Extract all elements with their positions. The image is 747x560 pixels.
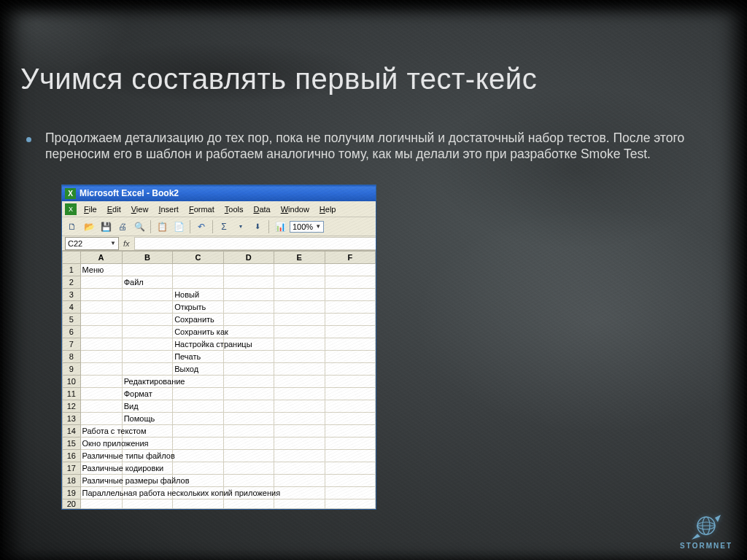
row-header[interactable]: 17 — [63, 462, 81, 475]
cell[interactable] — [173, 499, 223, 509]
cell[interactable] — [80, 301, 122, 314]
row-header[interactable]: 14 — [63, 425, 81, 438]
zoom-box[interactable]: 100% ▼ — [290, 221, 324, 233]
excel-titlebar[interactable]: X Microsoft Excel - Book2 — [62, 185, 376, 201]
row-header[interactable]: 13 — [63, 413, 81, 425]
cell[interactable] — [274, 264, 325, 276]
cell[interactable]: Открыть — [173, 301, 223, 314]
row-header[interactable]: 1 — [63, 264, 81, 276]
cell[interactable] — [223, 438, 274, 450]
cell[interactable] — [223, 400, 274, 413]
row-header[interactable]: 9 — [63, 363, 81, 376]
cell[interactable] — [173, 264, 223, 276]
menu-tools[interactable]: Tools — [220, 203, 248, 215]
row-header[interactable]: 12 — [63, 400, 81, 413]
menu-edit[interactable]: Edit — [103, 203, 125, 215]
menu-help[interactable]: Help — [315, 203, 341, 215]
cell[interactable] — [80, 400, 122, 413]
cell[interactable] — [122, 338, 172, 351]
cell[interactable] — [122, 499, 172, 509]
cell[interactable] — [122, 326, 172, 338]
cell[interactable] — [274, 487, 325, 499]
cell[interactable] — [122, 363, 172, 376]
cell[interactable]: Окно приложения — [80, 438, 122, 450]
cell[interactable] — [80, 363, 122, 376]
cell[interactable]: Помощь — [122, 413, 172, 425]
row-header[interactable]: 16 — [63, 450, 81, 462]
row-header[interactable]: 15 — [63, 438, 81, 450]
cell[interactable] — [325, 425, 376, 438]
cell[interactable]: Работа с текстом — [80, 425, 122, 438]
cell[interactable] — [274, 413, 325, 425]
sort-icon[interactable]: ⬇ — [250, 219, 265, 234]
cell[interactable] — [223, 376, 274, 388]
cell[interactable] — [122, 351, 172, 363]
formula-input[interactable] — [134, 237, 376, 250]
menu-view[interactable]: View — [127, 203, 153, 215]
cell[interactable] — [223, 499, 274, 509]
cell[interactable] — [325, 438, 376, 450]
cell[interactable]: Печать — [173, 351, 223, 363]
cell[interactable] — [173, 438, 223, 450]
cell[interactable]: Настройка страницы — [173, 338, 223, 351]
chart-icon[interactable]: 📊 — [273, 219, 287, 234]
row-header[interactable]: 3 — [63, 289, 81, 301]
cell[interactable]: Новый — [173, 289, 223, 301]
cell[interactable] — [274, 338, 325, 351]
col-header-B[interactable]: B — [122, 252, 172, 264]
spreadsheet-grid[interactable]: ABCDEF1Меню2Файл3Новый4Открыть5Сохранить… — [62, 251, 376, 509]
row-header[interactable]: 19 — [63, 487, 81, 499]
cell[interactable] — [80, 326, 122, 338]
cell[interactable] — [122, 264, 172, 276]
cell[interactable]: Файл — [122, 276, 172, 289]
cell[interactable] — [325, 264, 376, 276]
cell[interactable] — [325, 289, 376, 301]
menu-format[interactable]: Format — [185, 203, 219, 215]
name-box[interactable]: C22 ▼ — [65, 237, 119, 250]
row-header[interactable]: 20 — [63, 499, 81, 509]
cell[interactable] — [274, 363, 325, 376]
col-header-D[interactable]: D — [223, 252, 274, 264]
cell[interactable] — [80, 338, 122, 351]
cell[interactable] — [325, 314, 376, 326]
cell[interactable] — [274, 301, 325, 314]
cell[interactable] — [274, 276, 325, 289]
cell[interactable] — [122, 301, 172, 314]
menu-insert[interactable]: Insert — [154, 203, 183, 215]
row-header[interactable]: 4 — [63, 301, 81, 314]
cell[interactable] — [325, 388, 376, 400]
cell[interactable] — [274, 326, 325, 338]
cell[interactable] — [80, 314, 122, 326]
cell[interactable] — [325, 499, 376, 509]
cell[interactable] — [223, 301, 274, 314]
cell[interactable] — [325, 400, 376, 413]
print-icon[interactable]: 🖨 — [115, 219, 130, 234]
col-header-C[interactable]: C — [173, 252, 223, 264]
cell[interactable] — [325, 475, 376, 487]
cell[interactable] — [223, 276, 274, 289]
fx-label[interactable]: fx — [119, 239, 134, 248]
cell[interactable]: Различные размеры файлов — [80, 475, 122, 487]
cell[interactable] — [325, 376, 376, 388]
select-all-corner[interactable] — [63, 252, 81, 264]
dropdown-icon[interactable]: ▾ — [233, 219, 248, 234]
row-header[interactable]: 2 — [63, 276, 81, 289]
row-header[interactable]: 6 — [63, 326, 81, 338]
cell[interactable] — [80, 388, 122, 400]
cell[interactable] — [173, 276, 223, 289]
cell[interactable] — [274, 425, 325, 438]
paste-icon[interactable]: 📄 — [171, 219, 186, 234]
row-header[interactable]: 11 — [63, 388, 81, 400]
cell[interactable] — [223, 475, 274, 487]
row-header[interactable]: 5 — [63, 314, 81, 326]
cell[interactable] — [173, 413, 223, 425]
cell[interactable] — [274, 314, 325, 326]
cell[interactable] — [80, 289, 122, 301]
cell[interactable]: Выход — [173, 363, 223, 376]
cell[interactable] — [223, 450, 274, 462]
cell[interactable]: Различные типы файлов — [80, 450, 122, 462]
col-header-A[interactable]: A — [80, 252, 122, 264]
cell[interactable]: Параллельная работа нескольких копий при… — [80, 487, 122, 499]
cell[interactable] — [223, 351, 274, 363]
cell[interactable] — [173, 450, 223, 462]
